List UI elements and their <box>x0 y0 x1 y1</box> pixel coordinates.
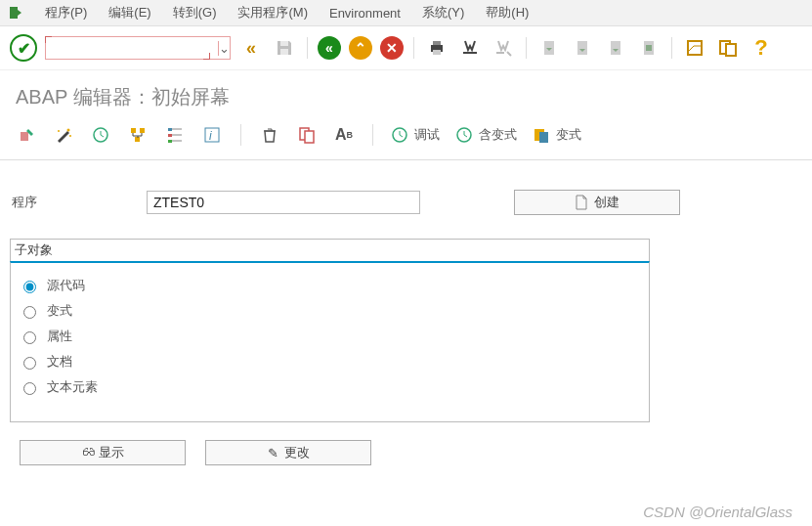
variant-button[interactable]: 变式 <box>533 126 581 144</box>
subobject-group: 子对象 源代码 变式 属性 文档 文本元素 <box>10 239 650 422</box>
radio-attributes[interactable]: 属性 <box>19 324 641 349</box>
menu-help[interactable]: 帮助(H) <box>486 4 529 22</box>
variant-label: 变式 <box>556 126 581 144</box>
svg-point-9 <box>67 129 70 132</box>
program-row: 程序 创建 <box>10 190 802 215</box>
watermark: CSDN @OrientalGlass <box>643 504 792 520</box>
command-field[interactable] <box>46 39 218 58</box>
with-variant-label: 含变式 <box>479 126 517 144</box>
change-label: 更改 <box>284 444 310 461</box>
svg-rect-7 <box>726 44 736 56</box>
svg-point-10 <box>58 130 60 132</box>
radio-docs[interactable]: 文档 <box>19 349 641 374</box>
radio-text-elements-input[interactable] <box>23 382 36 395</box>
menu-edit[interactable]: 编辑(E) <box>108 4 150 22</box>
pencil-icon: ✎ <box>268 446 278 460</box>
create-button[interactable]: 创建 <box>514 190 680 215</box>
with-variant-button[interactable]: 含变式 <box>455 126 517 144</box>
menu-utilities[interactable]: 实用程序(M) <box>237 4 308 22</box>
svg-rect-18 <box>168 140 172 143</box>
command-dropdown-icon[interactable]: ⌄ <box>218 41 230 56</box>
prev-page-icon[interactable] <box>570 35 595 61</box>
svg-rect-0 <box>280 41 288 46</box>
svg-rect-3 <box>433 41 441 45</box>
svg-rect-22 <box>305 131 314 143</box>
svg-rect-16 <box>168 128 172 131</box>
svg-rect-26 <box>539 132 548 143</box>
menu-environment[interactable]: Environment <box>329 6 401 21</box>
radio-text-elements[interactable]: 文本元素 <box>19 374 641 400</box>
debug-button[interactable]: 调试 <box>391 126 440 144</box>
radio-attributes-input[interactable] <box>23 331 36 344</box>
svg-rect-13 <box>131 128 136 133</box>
app-menu-icon[interactable] <box>8 5 23 21</box>
clock-icon[interactable] <box>90 124 111 146</box>
radio-source[interactable]: 源代码 <box>19 273 641 298</box>
activate-icon[interactable] <box>16 124 37 146</box>
command-field-wrapper: ⌄ <box>45 36 231 60</box>
radio-variant[interactable]: 变式 <box>19 298 641 324</box>
first-page-icon[interactable] <box>536 35 562 61</box>
radio-docs-input[interactable] <box>23 357 36 370</box>
help-icon[interactable]: ? <box>748 35 774 61</box>
svg-rect-5 <box>688 41 702 55</box>
back-icon[interactable]: « <box>318 36 341 60</box>
exit-icon[interactable]: ⌃ <box>349 36 372 60</box>
where-used-icon[interactable] <box>127 124 149 146</box>
glasses-icon: 👓︎ <box>82 446 93 460</box>
svg-rect-1 <box>280 49 288 55</box>
menu-system[interactable]: 系统(Y) <box>422 4 464 22</box>
svg-rect-17 <box>168 134 172 137</box>
cancel-icon[interactable]: ✕ <box>380 36 404 60</box>
svg-rect-14 <box>140 128 145 133</box>
radio-docs-label: 文档 <box>47 353 72 371</box>
radio-attributes-label: 属性 <box>47 328 72 345</box>
display-label: 显示 <box>99 444 124 461</box>
create-label: 创建 <box>594 194 620 211</box>
svg-rect-19 <box>205 128 219 142</box>
menu-bar: 程序(P) 编辑(E) 转到(G) 实用程序(M) Environment 系统… <box>0 0 812 26</box>
delete-icon[interactable] <box>259 124 280 146</box>
change-button[interactable]: ✎ 更改 <box>205 440 371 465</box>
find-icon[interactable] <box>457 35 483 61</box>
new-session-icon[interactable] <box>682 35 707 61</box>
svg-rect-4 <box>433 50 441 55</box>
print-icon[interactable] <box>424 35 449 61</box>
subobject-legend: 子对象 <box>10 239 650 261</box>
page-title: ABAP 编辑器：初始屏幕 <box>0 70 812 118</box>
copy-icon[interactable] <box>296 124 318 146</box>
shortcut-icon[interactable] <box>715 35 741 61</box>
document-icon <box>575 195 588 210</box>
info-icon[interactable]: i <box>201 124 223 146</box>
program-label: 程序 <box>12 194 129 211</box>
find-next-icon[interactable] <box>491 35 516 61</box>
display-button[interactable]: 👓︎ 显示 <box>20 440 186 465</box>
wizard-icon[interactable] <box>53 124 74 146</box>
radio-source-label: 源代码 <box>47 277 85 294</box>
application-toolbar: i AB 调试 含变式 变式 <box>0 118 812 160</box>
last-page-icon[interactable] <box>636 35 662 61</box>
svg-text:i: i <box>209 129 212 143</box>
program-input[interactable] <box>147 191 420 214</box>
radio-source-input[interactable] <box>23 281 36 293</box>
next-page-icon[interactable] <box>603 35 628 61</box>
svg-point-11 <box>69 135 71 137</box>
svg-rect-8 <box>21 132 28 141</box>
enter-button[interactable]: ✔ <box>10 34 37 62</box>
action-buttons: 👓︎ 显示 ✎ 更改 <box>10 440 802 465</box>
hierarchy-icon[interactable] <box>164 124 186 146</box>
save-icon[interactable] <box>272 35 297 61</box>
debug-label: 调试 <box>414 126 440 144</box>
system-toolbar: ✔ ⌄ « « ⌃ ✕ ? <box>0 26 812 70</box>
menu-goto[interactable]: 转到(G) <box>173 4 217 22</box>
content-area: 程序 创建 子对象 源代码 变式 属性 文档 <box>0 160 812 475</box>
collapse-icon[interactable]: « <box>238 35 264 61</box>
radio-variant-input[interactable] <box>23 306 36 319</box>
radio-text-elements-label: 文本元素 <box>47 378 98 396</box>
menu-program[interactable]: 程序(P) <box>45 4 87 22</box>
rename-icon[interactable]: AB <box>333 124 355 146</box>
radio-variant-label: 变式 <box>47 302 72 320</box>
